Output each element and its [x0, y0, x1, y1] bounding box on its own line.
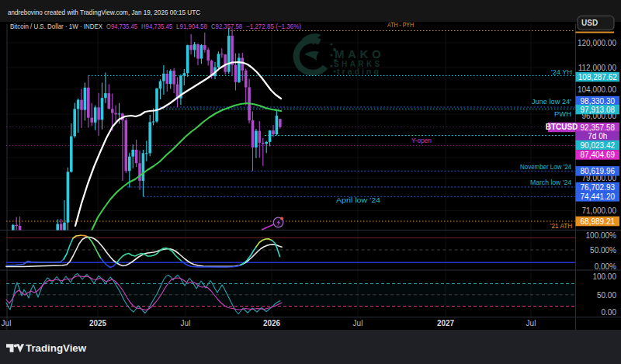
svg-text:'21 ATH: '21 ATH	[550, 222, 572, 230]
svg-text:−1,272.85 (−1.36%): −1,272.85 (−1.36%)	[246, 23, 301, 30]
svg-text:'24 YH: '24 YH	[551, 68, 572, 76]
svg-text:Jul: Jul	[526, 319, 536, 328]
svg-text:80,619.96: 80,619.96	[581, 167, 616, 175]
svg-text:C92,357.58: C92,357.58	[211, 23, 242, 30]
svg-text:Jul: Jul	[181, 319, 191, 328]
svg-text:TradingView: TradingView	[26, 342, 87, 354]
svg-text:L91,904.58: L91,904.58	[176, 23, 207, 30]
svg-text:50.00: 50.00	[597, 291, 616, 300]
svg-text:ATH - PYH: ATH - PYH	[387, 20, 414, 29]
svg-text:0.00: 0.00	[602, 308, 617, 317]
svg-text:104,000.00: 104,000.00	[578, 85, 616, 94]
svg-text:112,000.00: 112,000.00	[578, 64, 617, 72]
svg-text:98,330.30: 98,330.30	[581, 97, 616, 106]
svg-text:68,989.21: 68,989.21	[581, 217, 616, 226]
svg-text:andrebovino created with Tradi: andrebovino created with TradingView.com…	[8, 9, 200, 16]
svg-text:trading: trading	[337, 67, 381, 76]
svg-text:50.00%: 50.00%	[590, 246, 616, 255]
svg-text:H94,735.45: H94,735.45	[141, 23, 172, 30]
svg-text:108,287.62: 108,287.62	[578, 73, 617, 81]
svg-text:2027: 2027	[437, 319, 455, 328]
svg-text:92,357.58: 92,357.58	[581, 123, 616, 132]
svg-text:Jul: Jul	[353, 319, 363, 328]
svg-text:2026: 2026	[263, 319, 281, 328]
svg-text:Y-open: Y-open	[411, 137, 432, 144]
svg-text:Jul: Jul	[2, 319, 12, 328]
svg-text:100.00: 100.00	[592, 272, 616, 281]
svg-text:97,913.08: 97,913.08	[581, 106, 616, 114]
svg-text:2025: 2025	[89, 319, 107, 328]
svg-text:April low '24: April low '24	[336, 196, 380, 204]
svg-text:USD: USD	[581, 19, 598, 27]
svg-text:March low '24: March low '24	[530, 179, 571, 186]
svg-text:November Low '24: November Low '24	[520, 163, 571, 171]
svg-text:100.00%: 100.00%	[586, 231, 617, 240]
svg-text:76,702.93: 76,702.93	[581, 183, 616, 192]
svg-text:Bitcoin / U.S. Dollar · 1W · I: Bitcoin / U.S. Dollar · 1W · INDEX	[10, 23, 102, 30]
svg-text:87,404.69: 87,404.69	[581, 151, 616, 159]
svg-text:MAKO: MAKO	[335, 47, 384, 61]
svg-text:71,000.00: 71,000.00	[582, 206, 617, 215]
svg-text:0.00%: 0.00%	[595, 262, 616, 271]
svg-text:120,000.00: 120,000.00	[578, 39, 616, 47]
svg-text:June low 24': June low 24'	[532, 98, 571, 106]
svg-text:PWH: PWH	[554, 110, 571, 118]
svg-text:74,441.20: 74,441.20	[581, 192, 616, 201]
svg-text:90,023.42: 90,023.42	[581, 141, 616, 150]
svg-text:O94,735.45: O94,735.45	[106, 23, 137, 30]
svg-text:BTCUSD: BTCUSD	[546, 123, 578, 131]
svg-text:7d 0h: 7d 0h	[588, 132, 607, 140]
